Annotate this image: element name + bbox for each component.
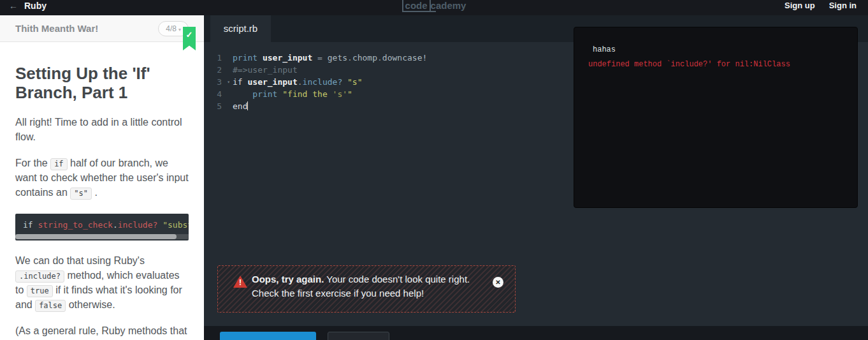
- inline-code-include: .include?: [15, 270, 64, 283]
- editor-area: script.rb 1print user_input = gets.chomp…: [204, 15, 868, 340]
- fold-caret-icon[interactable]: ▾: [227, 76, 230, 88]
- lesson-header: Thith Meanth War! 4/8▾: [0, 15, 204, 42]
- scrollbar-thumb[interactable]: [15, 234, 177, 239]
- editor-footer: [204, 326, 868, 340]
- code-line[interactable]: 4 print "find the 's'": [204, 88, 561, 100]
- code-text: if user_input.include? "s": [233, 76, 363, 88]
- lesson-sidebar: Thith Meanth War! 4/8▾ Setting Up the 'I…: [0, 15, 204, 340]
- paragraph-1: All right! Time to add in a little contr…: [15, 115, 189, 144]
- inline-code-true: true: [27, 285, 53, 297]
- code-editor[interactable]: 1print user_input = gets.chomp.downcase!…: [204, 42, 561, 112]
- warning-triangle-icon: !: [233, 276, 247, 288]
- inline-code-s: "s": [70, 188, 92, 200]
- exercise-heading: Setting Up the 'If' Branch, Part 1: [15, 64, 189, 102]
- line-number: 1: [204, 52, 222, 64]
- paragraph-3: We can do that using Ruby's .include? me…: [15, 253, 189, 312]
- logo-cademy: cademy: [431, 0, 467, 12]
- line-number: 2: [204, 64, 222, 76]
- inline-code-false: false: [35, 300, 66, 312]
- code-line[interactable]: 5end: [204, 100, 561, 112]
- secondary-button[interactable]: [328, 332, 389, 340]
- console-output-line: hahas: [593, 45, 857, 54]
- lesson-body: Setting Up the 'If' Branch, Part 1 All r…: [0, 42, 204, 340]
- chevron-down-icon: ▾: [178, 27, 181, 33]
- alert-message: Oops, try again. Your code doesn't look …: [252, 272, 484, 300]
- inline-code-if: if: [50, 158, 67, 170]
- example-code-block: if string_to_check.include? "substring: [15, 214, 189, 240]
- code-line[interactable]: 3▾if user_input.include? "s": [204, 76, 561, 88]
- code-line[interactable]: 2#=>user_input: [204, 64, 561, 76]
- paragraph-2: For the if half of our branch, we want t…: [15, 156, 189, 200]
- line-number: 4: [204, 88, 222, 100]
- console-output-panel[interactable]: hahas undefined method `include?' for ni…: [574, 27, 858, 208]
- sign-up-link[interactable]: Sign up: [785, 1, 815, 10]
- lesson-title: Thith Meanth War!: [15, 23, 98, 34]
- top-nav-bar: ← Ruby codecademy Sign up Sign in: [0, 0, 868, 15]
- nav-right: Sign up Sign in: [785, 0, 868, 10]
- code-text: print "find the 's'": [233, 88, 352, 100]
- error-alert-box: ! Oops, try again. Your code doesn't loo…: [217, 265, 516, 313]
- code-text: end: [233, 100, 248, 112]
- tab-script-rb[interactable]: script.rb: [210, 15, 271, 42]
- paragraph-4: (As a general rule, Ruby methods that en…: [15, 323, 189, 340]
- code-text: #=>user_input: [233, 64, 298, 76]
- logo-code-box: code: [402, 0, 431, 12]
- sign-in-link[interactable]: Sign in: [829, 1, 857, 10]
- close-icon[interactable]: ✕: [493, 277, 503, 288]
- code-text: print user_input = gets.chomp.downcase!: [233, 52, 427, 64]
- code-line[interactable]: 1print user_input = gets.chomp.downcase!: [204, 52, 561, 64]
- line-number: 3▾: [204, 76, 222, 88]
- text-cursor: [247, 101, 248, 110]
- horizontal-scrollbar: [15, 234, 189, 239]
- line-number: 5: [204, 100, 222, 112]
- submit-button[interactable]: [220, 332, 316, 340]
- console-error-line: undefined method `include?' for nil:NilC…: [588, 60, 857, 69]
- codecademy-logo[interactable]: codecademy: [0, 0, 868, 11]
